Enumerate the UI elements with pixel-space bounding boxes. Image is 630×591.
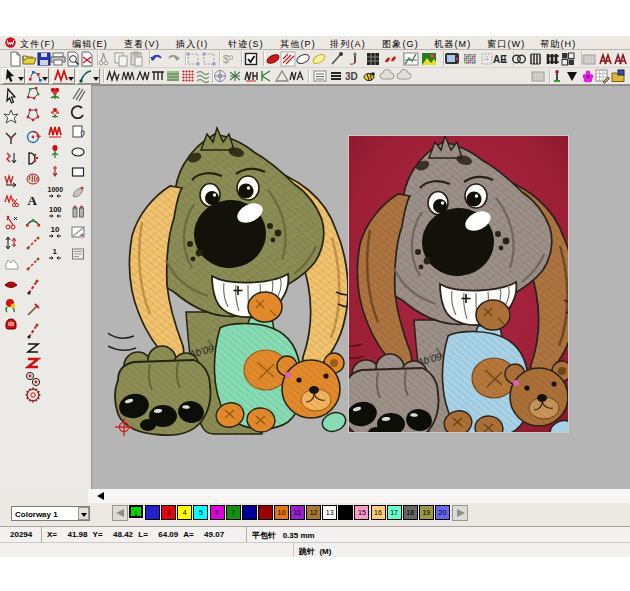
svg-text:A: A bbox=[28, 193, 38, 208]
svg-text:1000: 1000 bbox=[48, 186, 64, 193]
svg-text:1: 1 bbox=[53, 247, 58, 256]
svg-text:$º: $º bbox=[223, 53, 233, 65]
svg-text:3D: 3D bbox=[345, 71, 358, 82]
svg-text:10: 10 bbox=[51, 225, 60, 234]
svg-text:100: 100 bbox=[49, 205, 62, 214]
